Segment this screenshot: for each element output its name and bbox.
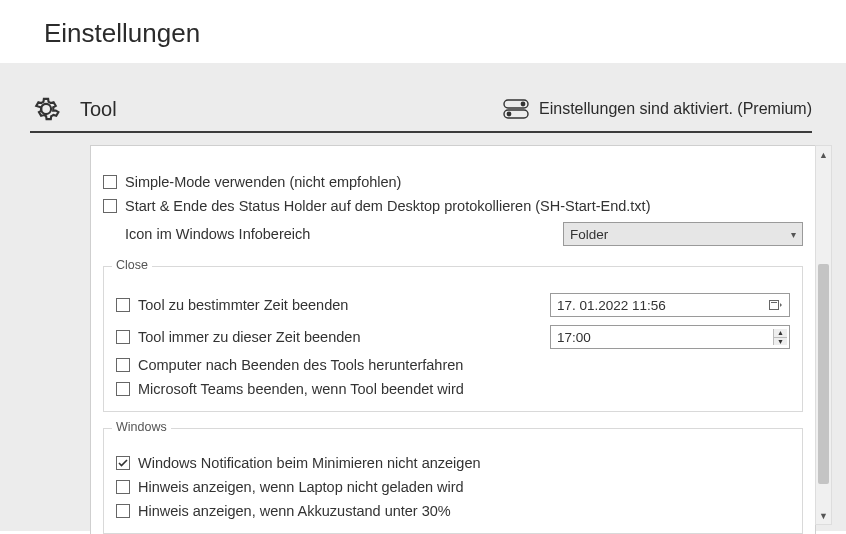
spinner-down[interactable]: ▼ — [774, 338, 787, 346]
svg-rect-5 — [771, 302, 777, 303]
group-close: Close Tool zu bestimmter Zeit beenden 17… — [103, 266, 803, 412]
chevron-down-icon: ▾ — [791, 229, 796, 240]
toggle-icon — [503, 99, 529, 119]
checkbox-shutdown[interactable] — [116, 358, 130, 372]
row-icon-infobereich: Icon im Windows Infobereich Folder ▾ — [103, 218, 803, 250]
spinner-up[interactable]: ▲ — [774, 329, 787, 338]
section-name: Tool — [80, 98, 117, 121]
row-end-at-time: Tool zu bestimmter Zeit beenden 17. 01.2… — [116, 289, 790, 321]
scrollbar-down[interactable]: ▼ — [816, 507, 831, 524]
checkbox-protocol[interactable] — [103, 199, 117, 213]
row-laptop: Hinweis anzeigen, wenn Laptop nicht gela… — [116, 475, 790, 499]
label-battery[interactable]: Hinweis anzeigen, wenn Akkuzustand unter… — [138, 503, 451, 519]
checkbox-no-notify[interactable] — [116, 456, 130, 470]
select-icon-infobereich[interactable]: Folder ▾ — [563, 222, 803, 246]
label-shutdown[interactable]: Computer nach Beenden des Tools herunter… — [138, 357, 463, 373]
row-always-end: Tool immer zu dieser Zeit beenden 17:00 … — [116, 321, 790, 353]
section-status: Einstellungen sind aktiviert. (Premium) — [503, 99, 812, 119]
checkbox-teams[interactable] — [116, 382, 130, 396]
label-end-at-time[interactable]: Tool zu bestimmter Zeit beenden — [138, 297, 348, 313]
page-title: Einstellungen — [0, 0, 846, 63]
datetime-value: 17. 01.2022 11:56 — [557, 298, 666, 313]
gear-icon — [30, 93, 62, 125]
checkbox-simple-mode[interactable] — [103, 175, 117, 189]
label-simple-mode[interactable]: Simple-Mode verwenden (nicht empfohlen) — [125, 174, 401, 190]
svg-point-3 — [507, 112, 512, 117]
checkbox-battery[interactable] — [116, 504, 130, 518]
row-battery: Hinweis anzeigen, wenn Akkuzustand unter… — [116, 499, 790, 523]
legend-windows: Windows — [112, 420, 171, 434]
checkbox-laptop[interactable] — [116, 480, 130, 494]
checkbox-end-at-time[interactable] — [116, 298, 130, 312]
settings-panel: Simple-Mode verwenden (nicht empfohlen) … — [90, 145, 816, 525]
calendar-dropdown-icon — [767, 299, 783, 311]
scrollbar-up[interactable]: ▲ — [816, 146, 831, 163]
label-always-end[interactable]: Tool immer zu dieser Zeit beenden — [138, 329, 360, 345]
group-general: Simple-Mode verwenden (nicht empfohlen) … — [103, 160, 803, 250]
group-windows: Windows Windows Notification beim Minimi… — [103, 428, 803, 534]
scrollbar-thumb[interactable] — [818, 264, 829, 484]
label-no-notify[interactable]: Windows Notification beim Minimieren nic… — [138, 455, 481, 471]
label-protocol[interactable]: Start & Ende des Status Holder auf dem D… — [125, 198, 650, 214]
time-value: 17:00 — [557, 330, 591, 345]
row-teams: Microsoft Teams beenden, wenn Tool beend… — [116, 377, 790, 401]
svg-point-1 — [521, 102, 526, 107]
checkbox-always-end[interactable] — [116, 330, 130, 344]
label-laptop[interactable]: Hinweis anzeigen, wenn Laptop nicht gela… — [138, 479, 464, 495]
row-simple-mode: Simple-Mode verwenden (nicht empfohlen) — [103, 170, 803, 194]
scroll-content: Simple-Mode verwenden (nicht empfohlen) … — [90, 145, 816, 534]
label-teams[interactable]: Microsoft Teams beenden, wenn Tool beend… — [138, 381, 464, 397]
section-status-text: Einstellungen sind aktiviert. (Premium) — [539, 100, 812, 118]
svg-rect-4 — [770, 301, 779, 310]
datetime-picker-end[interactable]: 17. 01.2022 11:56 — [550, 293, 790, 317]
select-icon-value: Folder — [570, 227, 608, 242]
section-header: Tool Einstellungen sind aktiviert. (Prem… — [30, 93, 812, 133]
scrollbar[interactable]: ▲ ▼ — [815, 145, 832, 525]
label-icon-infobereich: Icon im Windows Infobereich — [125, 226, 310, 242]
time-spinner: ▲ ▼ — [773, 329, 787, 345]
time-picker-always-end[interactable]: 17:00 ▲ ▼ — [550, 325, 790, 349]
legend-close: Close — [112, 258, 152, 272]
content-area: Tool Einstellungen sind aktiviert. (Prem… — [0, 63, 846, 531]
row-no-notify: Windows Notification beim Minimieren nic… — [116, 451, 790, 475]
row-shutdown: Computer nach Beenden des Tools herunter… — [116, 353, 790, 377]
row-protocol: Start & Ende des Status Holder auf dem D… — [103, 194, 803, 218]
